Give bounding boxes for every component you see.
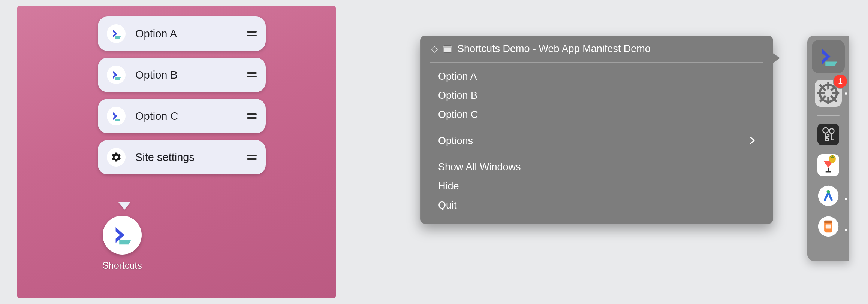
mac-menu-item-options[interactable]: Options [420, 131, 773, 151]
running-indicator-icon [845, 92, 847, 95]
mac-menu-item-option-c[interactable]: Option C [420, 105, 773, 124]
mac-menu-system-section: Show All Windows Hide Quit [420, 155, 773, 217]
shortcut-icon [107, 24, 126, 43]
android-shortcut-option-a[interactable]: Option A [98, 16, 266, 51]
window-icon [443, 45, 452, 53]
mac-menu-item-hide[interactable]: Hide [420, 177, 773, 196]
chevron-right-icon [750, 136, 755, 146]
notification-badge: 1 [834, 75, 847, 88]
mac-menu-header[interactable]: ◇ Shortcuts Demo - Web App Manifest Demo [420, 41, 773, 60]
mac-menu-item-label: Option A [438, 71, 477, 82]
android-app-icon[interactable] [103, 216, 142, 255]
android-shortcut-label: Site settings [126, 151, 247, 164]
mac-menu-item-label: Options [438, 135, 473, 147]
menu-pointer-icon [118, 202, 130, 210]
diamond-icon: ◇ [431, 44, 438, 54]
dock-item-jar-app[interactable] [812, 213, 845, 240]
android-shortcut-option-b[interactable]: Option B [98, 58, 266, 92]
android-shortcut-label: Option A [126, 28, 247, 40]
shortcut-icon [107, 66, 126, 84]
menu-divider [430, 129, 763, 129]
dock-separator [817, 115, 840, 116]
mac-menu-item-label: Hide [438, 180, 459, 192]
android-shortcut-menu: Option A Option B Option C [98, 16, 266, 181]
shortcut-icon [815, 43, 842, 70]
mac-menu-item-label: Show All Windows [438, 161, 521, 173]
mac-menu-item-quit[interactable]: Quit [420, 196, 773, 215]
badge-count: 1 [838, 76, 843, 86]
drag-handle-icon[interactable] [247, 155, 257, 160]
cocktail-icon [817, 154, 839, 176]
android-site-settings[interactable]: Site settings [98, 140, 266, 174]
android-shortcut-option-c[interactable]: Option C [98, 99, 266, 133]
drag-handle-icon[interactable] [247, 31, 257, 36]
menu-divider [430, 62, 763, 63]
keychain-icon [817, 124, 839, 145]
dock-item-android-studio[interactable] [812, 182, 845, 209]
running-indicator-icon [845, 229, 847, 231]
mac-menu-item-label: Option C [438, 109, 478, 121]
mac-menu-item-label: Option B [438, 90, 477, 101]
dock-item-cocktail-app[interactable] [812, 152, 845, 179]
shortcut-icon [107, 107, 126, 125]
jar-icon [817, 216, 839, 237]
gear-icon [107, 148, 126, 167]
android-shortcut-label: Option B [126, 69, 247, 81]
mac-menu-item-option-b[interactable]: Option B [420, 86, 773, 105]
mac-dock-context-menu: ◇ Shortcuts Demo - Web App Manifest Demo… [420, 36, 773, 224]
dock-item-system-settings[interactable]: 1 [812, 77, 845, 110]
mac-dock: 1 [807, 36, 849, 261]
mac-menu-item-show-all-windows[interactable]: Show All Windows [420, 158, 773, 177]
android-studio-icon [817, 185, 839, 207]
dock-item-shortcuts-demo[interactable] [812, 40, 845, 73]
running-indicator-icon [845, 198, 847, 200]
mac-menu-title: Shortcuts Demo - Web App Manifest Demo [457, 43, 651, 55]
mac-menu-item-option-a[interactable]: Option A [420, 67, 773, 86]
drag-handle-icon[interactable] [247, 113, 257, 119]
android-shortcut-label: Option C [126, 110, 247, 122]
drag-handle-icon[interactable] [247, 72, 257, 77]
mac-menu-shortcuts-section: Option A Option B Option C [420, 65, 773, 127]
mac-menu-item-label: Quit [438, 200, 457, 211]
menu-divider [430, 153, 763, 153]
android-app-label: Shortcuts [84, 260, 160, 271]
dock-item-keychain[interactable] [812, 121, 845, 148]
android-shelf-panel: Option A Option B Option C [17, 6, 336, 298]
